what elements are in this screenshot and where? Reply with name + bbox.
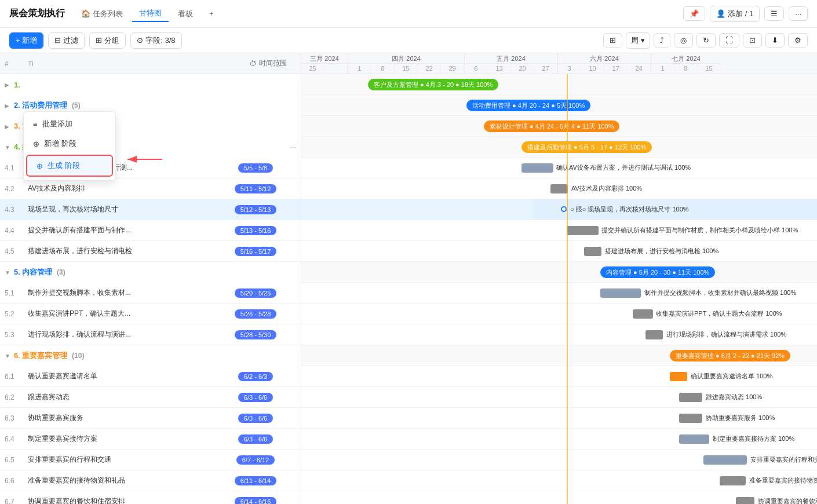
gantt-bar-5-3 [645, 330, 663, 339]
gantt-task-4-2: AV技术及内容彩排 100% [301, 178, 817, 199]
task-5-1-badge: 5/20 - 5/25 [235, 288, 277, 298]
gantt-bar-group5: 内容管理 ● 5月 20 - 30 ● 11天 100% [600, 266, 715, 278]
gantt-bar-5-2 [633, 309, 653, 319]
tab-add[interactable]: + [202, 7, 221, 20]
may-weeks: 6 13 20 27 [465, 64, 557, 74]
task-6-5-num: 6.5 [5, 456, 23, 464]
task-6-1-date: 6/2 - 6/3 [215, 372, 296, 381]
task-4-5-badge: 5/16 - 5/17 [235, 247, 277, 256]
gantt-label-5-1: 制作并提交视频脚本，收集素材并确认最终视频 100% [644, 288, 796, 297]
gantt-task-4-1: 确认AV设备布置方案，并进行测试与调试 100% [301, 158, 817, 178]
task-6-2-row: 6.2 跟进嘉宾动态 6/3 - 6/6 [0, 387, 301, 408]
gantt-bar-group1: 客户及方案管理 ● 4月 3 - 20 ● 18天 100% [368, 79, 498, 90]
gantt-task-6-3: 协助重要嘉宾服务 100% [301, 408, 817, 429]
gantt-group-2: 活动费用管理 ● 4月 20 - 24 ● 5天 100% [301, 95, 817, 116]
view-settings-button[interactable]: ☰ [764, 6, 784, 21]
gantt-label-6-4: 制定重要嘉宾接待方案 100% [713, 434, 794, 443]
task-6-7-title: 协调重要嘉宾的餐饮和住宿安排 [23, 496, 215, 504]
week-apr-1: 1 [348, 64, 371, 74]
week-jun-10: 10 [581, 64, 604, 74]
task-6-4-title: 制定重要嘉宾接待方案 [23, 434, 215, 444]
refresh-button[interactable]: ↻ [696, 33, 716, 48]
gantt-bar-4-4 [567, 226, 599, 235]
task-6-6-badge: 6/11 - 6/14 [235, 476, 277, 485]
view-select[interactable]: 周 ▾ [626, 32, 650, 49]
group-icon: ⊞ [96, 36, 102, 45]
group-4-toggle: ▼ [5, 144, 14, 151]
user-icon: 👤 [716, 9, 725, 18]
col-date-label: 时间范围 [259, 59, 287, 68]
july-weeks: 1 8 15 [651, 64, 721, 74]
grid-view-button[interactable]: ⊞ [603, 33, 622, 48]
tab-gantt-label: 甘特图 [139, 8, 162, 19]
week-may-27: 27 [534, 64, 557, 74]
more-button[interactable]: ··· [789, 6, 808, 21]
download-button[interactable]: ⬇ [765, 33, 785, 48]
view-label: 周 [631, 35, 639, 46]
new-stage-item[interactable]: ⊕ 新增 阶段 [24, 134, 115, 154]
task-6-7-num: 6.7 [5, 498, 23, 505]
task-4-1-badge: 5/5 - 5/8 [238, 163, 273, 173]
week-jun-3: 3 [558, 64, 581, 74]
fields-label: 字段: 3/8 [145, 35, 175, 46]
month-april: 四月 2024 1 8 15 22 29 [348, 53, 465, 74]
week-mar-end [324, 64, 348, 74]
gantt-label-4-3: ○ 眼○ 现场呈现，再次核对场地尺寸 100% [570, 205, 689, 214]
gantt-group-1: 客户及方案管理 ● 4月 3 - 20 ● 18天 100% [301, 74, 817, 95]
gantt-label-6-2: 跟进嘉宾动态 100% [706, 393, 762, 401]
pin-button[interactable]: 📌 [683, 6, 705, 21]
tab-kanban[interactable]: 看板 [171, 6, 200, 21]
expand-button[interactable]: ⛶ [719, 33, 739, 48]
gantt-group-6: 重要嘉宾管理 ● 6月 2 - 22 ● 21天 92% [301, 345, 817, 366]
location-button[interactable]: ◎ [674, 33, 693, 48]
tab-task-list[interactable]: 🏠 任务列表 [74, 6, 130, 21]
task-4-4-title: 提交并确认所有搭建平面与制作... [23, 225, 215, 235]
task-4-5-num: 4.5 [5, 247, 23, 255]
clock-icon: ⏱ [250, 60, 257, 68]
group-4-more[interactable]: ··· [290, 143, 296, 151]
settings-button[interactable]: ⚙ [788, 33, 808, 48]
group-5-toggle: ▼ [5, 269, 14, 276]
group-1-header[interactable]: ▶ 1. [0, 74, 301, 95]
new-stage-label: 新增 阶段 [44, 138, 76, 149]
gantt-panel[interactable]: 三月 2024 25 四月 2024 1 8 15 22 29 [301, 53, 817, 504]
month-june: 六月 2024 3 10 17 24 [558, 53, 651, 74]
share-button[interactable]: ⤴ [654, 33, 670, 48]
month-june-label: 六月 2024 [558, 53, 651, 64]
filter-button[interactable]: ⊟ 过滤 [48, 32, 85, 49]
group-button[interactable]: ⊞ 分组 [89, 32, 126, 49]
toolbar: + 新增 ⊟ 过滤 ⊞ 分组 ⊙ 字段: 3/8 ⊞ 周 ▾ ⤴ ◎ ↻ ⛶ ⊡… [0, 28, 817, 53]
task-6-4-date: 6/3 - 6/6 [215, 434, 296, 444]
generate-stage-label: 生成 阶段 [48, 160, 80, 171]
gantt-bar-5-1 [600, 288, 641, 298]
gantt-bar-6-6 [720, 476, 746, 485]
batch-add-label: 批量添加 [42, 119, 72, 129]
batch-add-item[interactable]: ≡ 批量添加 [24, 114, 115, 134]
group-1-num: 1. [14, 81, 28, 89]
task-5-1-date: 5/20 - 5/25 [215, 288, 296, 298]
task-6-2-date: 6/3 - 6/6 [215, 393, 296, 402]
gantt-label-4-1: 确认AV设备布置方案，并进行测试与调试 100% [556, 163, 691, 172]
tab-gantt[interactable]: 甘特图 [132, 6, 169, 22]
fields-button[interactable]: ⊙ 字段: 3/8 [130, 32, 181, 49]
task-6-2-badge: 6/3 - 6/6 [238, 393, 273, 402]
task-4-4-date: 5/13 - 5/16 [215, 226, 296, 235]
generate-stage-item[interactable]: ⊕ 生成 阶段 [26, 155, 113, 177]
group-5-count: (3) [57, 268, 65, 276]
add-member-button[interactable]: 👤 添加 / 1 [710, 6, 760, 22]
group-6-header[interactable]: ▼ 6. 重要嘉宾管理 (10) [0, 345, 301, 366]
nav-tabs: 🏠 任务列表 甘特图 看板 + [74, 6, 221, 22]
chevron-down-icon: ▾ [641, 36, 645, 45]
collapse-button[interactable]: ⊡ [743, 33, 762, 48]
gantt-header: 三月 2024 25 四月 2024 1 8 15 22 29 [301, 53, 817, 74]
task-4-4-badge: 5/13 - 5/16 [235, 226, 277, 235]
gantt-group-4: 搭建及后勤管理 ● 5月 5 - 17 ● 13天 100% [301, 137, 817, 158]
new-button[interactable]: + 新增 [9, 32, 43, 49]
task-5-1-row: 5.1 制作并提交视频脚本，收集素材... 5/20 - 5/25 [0, 283, 301, 304]
task-6-6-title: 准备重要嘉宾的接待物资和礼品 [23, 476, 215, 485]
new-label: + 新增 [16, 35, 37, 46]
task-6-5-title: 安排重要嘉宾的行程和交通 [23, 455, 215, 465]
group-5-header[interactable]: ▼ 5. 内容管理 (3) [0, 262, 301, 283]
task-6-5-row: 6.5 安排重要嘉宾的行程和交通 6/7 - 6/12 [0, 450, 301, 470]
task-6-7-badge: 6/14 - 6/16 [235, 497, 277, 505]
